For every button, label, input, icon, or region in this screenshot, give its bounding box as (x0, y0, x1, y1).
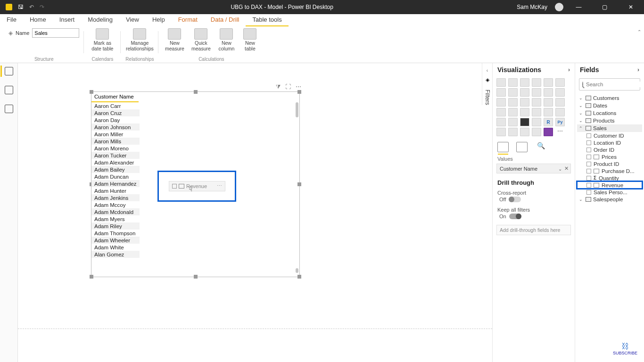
checkbox-icon[interactable] (586, 148, 591, 152)
chevron-right-icon[interactable]: › (637, 66, 639, 73)
checkbox-icon[interactable] (586, 176, 591, 181)
viz-type-r[interactable]: R (544, 118, 553, 126)
checkbox-icon[interactable] (586, 155, 591, 159)
checkbox-icon[interactable] (586, 133, 591, 138)
scrollbar-thumb[interactable] (296, 268, 298, 273)
viz-type[interactable] (532, 118, 541, 126)
chevron-right-icon[interactable]: › (568, 66, 570, 73)
viz-type[interactable] (532, 78, 541, 87)
resize-handle[interactable] (297, 90, 301, 94)
menu-help[interactable]: Help (146, 14, 172, 26)
menu-file[interactable]: File (0, 14, 23, 26)
collapse-ribbon-icon[interactable]: ⌃ (637, 29, 641, 34)
subscribe-badge[interactable]: ⛓ SUBSCRIBE (613, 342, 637, 355)
scrollbar-thumb[interactable] (296, 102, 298, 117)
viz-type[interactable] (520, 78, 529, 87)
table-row[interactable]: Aaron Carr (91, 102, 140, 109)
chevron-down-icon[interactable]: ⌄ (558, 166, 562, 172)
remove-field-icon[interactable]: ✕ (564, 165, 569, 172)
table-row[interactable]: Alan Gomez (91, 251, 140, 258)
maximize-button[interactable]: ▢ (594, 0, 615, 14)
table-row[interactable]: Adam Mccoy (91, 201, 140, 208)
field-revenue[interactable]: Revenue (577, 181, 642, 189)
more-options-icon[interactable]: ⋯ (296, 83, 301, 90)
table-row[interactable]: Aaron Moreno (91, 145, 140, 152)
filters-pane-collapsed[interactable]: ‹ ◈ Filters (482, 63, 492, 105)
save-icon[interactable]: 🖫 (18, 4, 24, 10)
table-row[interactable]: Adam Alexander (91, 159, 140, 166)
checkbox-icon[interactable] (586, 162, 591, 166)
viz-type[interactable] (544, 108, 553, 116)
redo-icon[interactable]: ↷ (40, 4, 44, 10)
table-row[interactable]: Adam Duncan (91, 173, 140, 180)
close-button[interactable]: ✕ (620, 0, 641, 14)
fields-tool[interactable] (497, 142, 509, 152)
table-row[interactable]: Aaron Miller (91, 131, 140, 138)
table-row[interactable]: Adam Bailey (91, 166, 140, 173)
viz-type[interactable] (496, 128, 506, 136)
table-row[interactable]: Adam Wheeler (91, 237, 140, 244)
viz-type[interactable] (508, 118, 518, 126)
viz-type[interactable] (496, 108, 506, 116)
viz-type[interactable] (520, 108, 529, 116)
viz-type[interactable] (520, 128, 529, 136)
field-purchase-date[interactable]: Purchase D... (577, 167, 642, 174)
model-view-icon[interactable] (5, 105, 13, 113)
viz-type[interactable] (508, 108, 518, 116)
menu-modeling[interactable]: Modeling (81, 14, 119, 26)
mark-as-date-button[interactable]: Mark as date table (89, 28, 116, 51)
resize-handle[interactable] (194, 275, 198, 279)
resize-handle[interactable] (297, 275, 301, 279)
name-input[interactable] (32, 28, 79, 38)
table-row[interactable]: Adam Hunter (91, 187, 140, 194)
viz-type[interactable] (555, 108, 565, 116)
field-sales-person[interactable]: Sales Perso... (577, 189, 642, 196)
cross-report-toggle[interactable] (509, 197, 521, 202)
viz-type[interactable] (555, 78, 565, 87)
viz-type[interactable] (532, 98, 541, 107)
table-row[interactable]: Adam Thompson (91, 230, 140, 237)
field-order-id[interactable]: Order ID (577, 146, 642, 153)
fields-search[interactable] (579, 78, 640, 90)
new-column-button[interactable]: New column (216, 28, 237, 51)
viz-type[interactable] (508, 98, 518, 107)
new-measure-button[interactable]: New measure (163, 28, 186, 51)
table-row[interactable]: Adam Jenkins (91, 194, 140, 201)
menu-home[interactable]: Home (23, 14, 53, 26)
viz-type[interactable] (520, 88, 529, 97)
field-location-id[interactable]: Location ID (577, 139, 642, 146)
resize-handle[interactable] (297, 182, 301, 186)
viz-type[interactable] (532, 128, 541, 136)
table-row[interactable]: Adam White (91, 244, 140, 251)
manage-relationships-button[interactable]: Manage relationships (126, 28, 153, 51)
table-dates[interactable]: ⌄Dates (577, 102, 642, 109)
field-prices[interactable]: Prices (577, 153, 642, 160)
viz-type[interactable] (544, 128, 553, 136)
filter-icon[interactable]: ⧩ (276, 83, 281, 90)
table-row[interactable]: Aaron Mills (91, 138, 140, 145)
menu-view[interactable]: View (119, 14, 146, 26)
undo-icon[interactable]: ↶ (29, 4, 34, 10)
report-view-icon[interactable] (5, 67, 13, 75)
viz-type[interactable] (496, 78, 506, 87)
viz-type-table[interactable] (520, 118, 529, 126)
value-field-pill[interactable]: Customer Name ⌄ ✕ (496, 164, 571, 173)
data-view-icon[interactable] (5, 86, 13, 94)
table-sales[interactable]: ⌃Sales (577, 124, 642, 132)
chevron-left-icon[interactable]: ‹ (487, 68, 488, 73)
field-product-id[interactable]: Product ID (577, 160, 642, 167)
viz-type[interactable] (544, 98, 553, 107)
viz-type[interactable] (555, 98, 565, 107)
field-customer-id[interactable]: Customer ID (577, 132, 642, 139)
viz-type[interactable] (508, 128, 518, 136)
table-row[interactable]: Adam Hernandez (91, 180, 140, 187)
table-locations[interactable]: ⌄Locations (577, 109, 642, 117)
viz-type[interactable] (496, 88, 506, 97)
viz-type[interactable] (544, 88, 553, 97)
checkbox-icon[interactable] (586, 140, 591, 145)
drill-through-dropzone[interactable]: Add drill-through fields here (496, 225, 571, 235)
table-row[interactable]: Aaron Day (91, 116, 140, 123)
checkbox-icon[interactable] (586, 183, 591, 188)
viz-type[interactable] (508, 78, 518, 87)
menu-format[interactable]: Format (172, 14, 204, 26)
